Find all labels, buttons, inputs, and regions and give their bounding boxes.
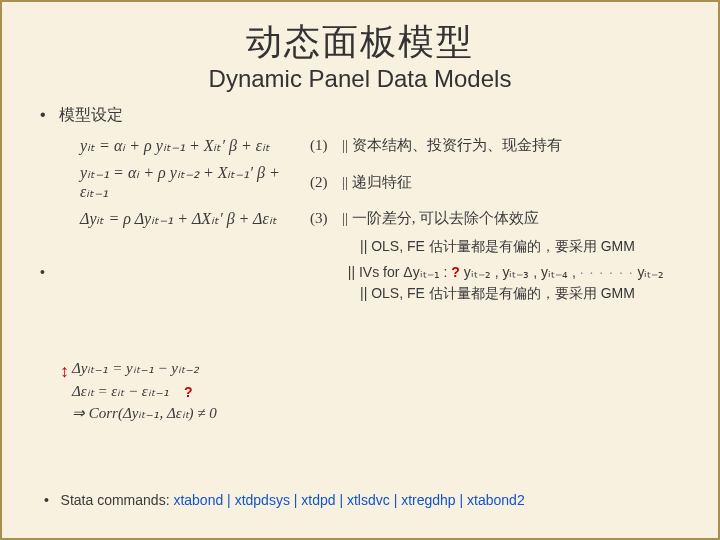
stata-label: Stata commands: bbox=[61, 492, 174, 508]
note-line-3: || OLS, FE 估计量都是有偏的，要采用 GMM bbox=[360, 283, 680, 305]
eq1-formula: yᵢₜ = αᵢ + ρ yᵢₜ₋₁ + Xᵢₜ′ β + εᵢₜ bbox=[80, 136, 310, 155]
note1-gmm: GMM bbox=[601, 238, 635, 254]
diag-r1: Δyᵢₜ₋₁ = yᵢₜ₋₁ − yᵢₜ₋₂ bbox=[72, 357, 262, 380]
note2-tail: yᵢₜ₋₂ bbox=[637, 264, 664, 280]
eq1-num: (1) bbox=[310, 137, 342, 154]
note1-text: || OLS, FE 估计量都是有偏的，要采用 bbox=[360, 238, 601, 254]
note3-gmm: GMM bbox=[601, 285, 635, 301]
title-en: Dynamic Panel Data Models bbox=[2, 65, 718, 93]
red-question-icon: ? bbox=[184, 384, 193, 400]
eq2-desc: || 递归特征 bbox=[342, 173, 412, 192]
notes-block: || OLS, FE 估计量都是有偏的，要采用 GMM • || IVs for… bbox=[60, 236, 680, 305]
equation-list: yᵢₜ = αᵢ + ρ yᵢₜ₋₁ + Xᵢₜ′ β + εᵢₜ (1) ||… bbox=[80, 136, 680, 228]
note3-text: || OLS, FE 估计量都是有偏的，要采用 bbox=[360, 285, 601, 301]
eq2-num: (2) bbox=[310, 174, 342, 191]
bullet-model-spec-text: 模型设定 bbox=[59, 106, 123, 123]
body: • 模型设定 yᵢₜ = αᵢ + ρ yᵢₜ₋₁ + Xᵢₜ′ β + εᵢₜ… bbox=[2, 93, 718, 305]
diag-r2: Δεᵢₜ = εᵢₜ − εᵢₜ₋₁ bbox=[72, 380, 262, 403]
note2-ivlist: yᵢₜ₋₂ , yᵢₜ₋₃ , yᵢₜ₋₄ , bbox=[464, 264, 580, 280]
bullet-dot: • bbox=[40, 106, 46, 123]
note-line-1: || OLS, FE 估计量都是有偏的，要采用 GMM bbox=[360, 236, 680, 258]
equation-2: yᵢₜ₋₁ = αᵢ + ρ yᵢₜ₋₂ + Xᵢₜ₋₁′ β + εᵢₜ₋₁ … bbox=[80, 163, 680, 201]
stata-command-list: xtabond | xtdpdsys | xtdpd | xtlsdvc | x… bbox=[173, 492, 524, 508]
equation-1: yᵢₜ = αᵢ + ρ yᵢₜ₋₁ + Xᵢₜ′ β + εᵢₜ (1) ||… bbox=[80, 136, 680, 155]
stata-commands-row: • Stata commands: xtabond | xtdpdsys | x… bbox=[44, 492, 525, 508]
red-arrow-icon: ↕ bbox=[60, 362, 69, 380]
bullet-dot-3: • bbox=[44, 492, 49, 508]
eq2-formula: yᵢₜ₋₁ = αᵢ + ρ yᵢₜ₋₂ + Xᵢₜ₋₁′ β + εᵢₜ₋₁ bbox=[80, 163, 310, 201]
title-cn: 动态面板模型 bbox=[2, 18, 718, 67]
eq3-num: (3) bbox=[310, 210, 342, 227]
equation-3: Δyᵢₜ = ρ Δyᵢₜ₋₁ + ΔXᵢₜ′ β + Δεᵢₜ (3) || … bbox=[80, 209, 680, 228]
note2-prefix: || IVs for Δyᵢₜ₋₁ : bbox=[348, 264, 452, 280]
correlation-derivation: Δyᵢₜ₋₁ = yᵢₜ₋₁ − yᵢₜ₋₂ Δεᵢₜ = εᵢₜ − εᵢₜ₋… bbox=[72, 357, 262, 425]
note2-dots: · · · · · · bbox=[580, 264, 634, 280]
bullet-model-spec: • 模型设定 bbox=[40, 105, 680, 126]
title-block: 动态面板模型 Dynamic Panel Data Models bbox=[2, 18, 718, 93]
bullet-dot-2: • bbox=[40, 262, 60, 284]
note2-qmark: ? bbox=[451, 264, 460, 280]
diag-r3: ⇒ Corr(Δyᵢₜ₋₁, Δεᵢₜ) ≠ 0 bbox=[72, 402, 262, 425]
eq3-desc: || 一阶差分, 可以去除个体效应 bbox=[342, 209, 539, 228]
eq1-desc: || 资本结构、投资行为、现金持有 bbox=[342, 136, 562, 155]
eq3-formula: Δyᵢₜ = ρ Δyᵢₜ₋₁ + ΔXᵢₜ′ β + Δεᵢₜ bbox=[80, 209, 310, 228]
